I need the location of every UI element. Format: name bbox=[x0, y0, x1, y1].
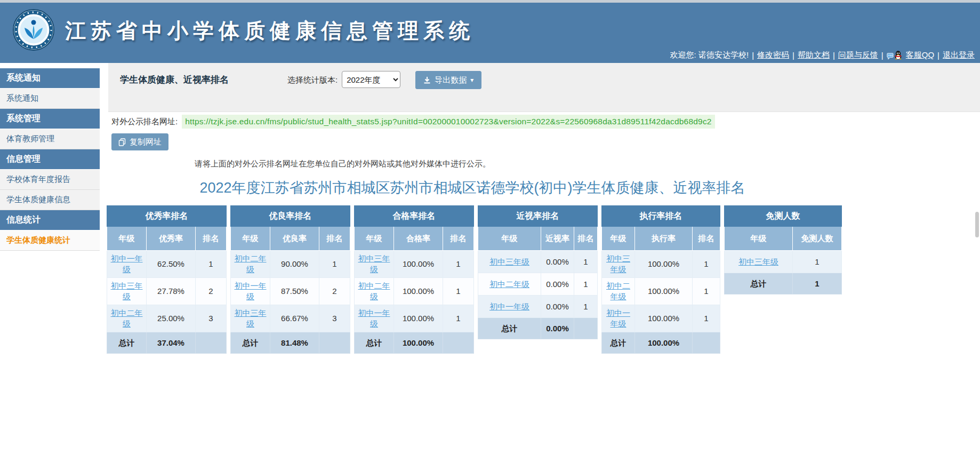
column-header-合格率: 合格率 bbox=[394, 227, 443, 251]
grade-link[interactable]: 初中二年级 bbox=[235, 254, 267, 274]
value-cell: 100.00% bbox=[635, 305, 693, 332]
value-cell: 25.00% bbox=[147, 305, 196, 332]
grade-cell: 初中二年级 bbox=[231, 251, 270, 278]
grade-link[interactable]: 初中三年级 bbox=[738, 257, 778, 266]
grade-link[interactable]: 初中三年级 bbox=[489, 257, 529, 266]
separator: | bbox=[752, 51, 754, 60]
qq-chat-icon bbox=[887, 51, 902, 60]
column-header-年级: 年级 bbox=[355, 227, 394, 251]
grade-link[interactable]: 初中一年级 bbox=[111, 254, 143, 274]
rank-cell: 1 bbox=[196, 251, 227, 278]
total-value bbox=[693, 332, 720, 354]
header-links: 欢迎您: 诺德安达学校! | 修改密码 | 帮助文档 | 问题与反馈 | 客服Q… bbox=[670, 50, 975, 60]
column-header-排名: 排名 bbox=[319, 227, 350, 251]
grade-cell: 初中三年级 bbox=[602, 251, 635, 278]
value-cell: 87.50% bbox=[270, 278, 319, 305]
rank-table-优秀率排名: 优秀率排名年级优秀率排名初中一年级62.50%1初中三年级27.78%2初中二年… bbox=[107, 205, 227, 354]
total-row: 总计100.00% bbox=[355, 332, 474, 354]
scrollbar-thumb[interactable] bbox=[975, 212, 979, 237]
column-header-年级: 年级 bbox=[602, 227, 635, 251]
grade-link[interactable]: 初中二年级 bbox=[111, 308, 143, 328]
table-title: 合格率排名 bbox=[355, 206, 474, 227]
column-header-年级: 年级 bbox=[231, 227, 270, 251]
value-cell: 1 bbox=[793, 251, 842, 273]
grade-cell: 初中三年级 bbox=[355, 251, 394, 278]
sidebar-menu: 系统通知系统通知系统管理体育教师管理信息管理学校体育年度报告学生体质健康信息信息… bbox=[0, 68, 100, 251]
separator: | bbox=[833, 51, 835, 60]
total-label: 总计 bbox=[231, 332, 270, 354]
grade-cell: 初中一年级 bbox=[478, 296, 541, 318]
grade-link[interactable]: 初中一年级 bbox=[358, 308, 390, 328]
grade-cell: 初中三年级 bbox=[478, 251, 541, 273]
table-title: 执行率排名 bbox=[602, 206, 720, 227]
column-header-优良率: 优良率 bbox=[270, 227, 319, 251]
qq-penguin-icon bbox=[894, 51, 902, 60]
separator: | bbox=[792, 51, 794, 60]
value-cell: 100.00% bbox=[394, 305, 443, 332]
table-row: 初中二年级100.00%1 bbox=[602, 278, 720, 305]
table-row: 初中三年级100.00%1 bbox=[602, 251, 720, 278]
total-label: 总计 bbox=[478, 318, 541, 339]
sidebar-gap bbox=[0, 63, 100, 68]
total-value bbox=[574, 318, 598, 339]
value-cell: 62.50% bbox=[147, 251, 196, 278]
rank-cell: 1 bbox=[319, 251, 350, 278]
total-value bbox=[319, 332, 350, 354]
grade-link[interactable]: 初中三年级 bbox=[235, 308, 267, 328]
value-cell: 90.00% bbox=[270, 251, 319, 278]
link-support-qq[interactable]: 客服QQ bbox=[906, 50, 934, 60]
export-data-button[interactable]: 导出数据 ▾ bbox=[415, 71, 481, 89]
main-content: 学生体质健康、近视率排名 选择统计版本: 2022年度 导出数据 ▾ 对外公示排… bbox=[100, 63, 980, 354]
sidebar-item-学生体质健康统计[interactable]: 学生体质健康统计 bbox=[0, 230, 100, 251]
grade-link[interactable]: 初中二年级 bbox=[489, 280, 529, 289]
rank-cell: 1 bbox=[443, 305, 474, 332]
total-value: 1 bbox=[793, 273, 842, 294]
copy-url-button[interactable]: 复制网址 bbox=[111, 133, 168, 150]
grade-link[interactable]: 初中二年级 bbox=[606, 281, 630, 301]
value-cell: 0.00% bbox=[541, 296, 574, 318]
table-title: 免测人数 bbox=[725, 206, 842, 227]
sidebar-item-体育教师管理[interactable]: 体育教师管理 bbox=[0, 129, 100, 149]
table-row: 初中三年级100.00%1 bbox=[355, 251, 474, 278]
grade-cell: 初中二年级 bbox=[355, 278, 394, 305]
total-row: 总计81.48% bbox=[231, 332, 350, 354]
value-cell: 100.00% bbox=[394, 251, 443, 278]
sidebar-item-学校体育年度报告[interactable]: 学校体育年度报告 bbox=[0, 170, 100, 190]
separator: | bbox=[937, 51, 939, 60]
column-header-排名: 排名 bbox=[693, 227, 720, 251]
grade-cell: 初中一年级 bbox=[107, 251, 147, 278]
grade-link[interactable]: 初中一年级 bbox=[235, 281, 267, 301]
link-change-password[interactable]: 修改密码 bbox=[757, 50, 789, 60]
column-header-排名: 排名 bbox=[196, 227, 227, 251]
grade-link[interactable]: 初中三年级 bbox=[358, 254, 390, 274]
version-label: 选择统计版本: bbox=[287, 71, 338, 89]
publish-note: 请将上面的对外公示排名网址在您单位自己的对外网站或其他对外媒体中进行公示。 bbox=[195, 159, 980, 169]
sidebar-item-学生体质健康信息[interactable]: 学生体质健康信息 bbox=[0, 190, 100, 210]
link-feedback[interactable]: 问题与反馈 bbox=[838, 50, 878, 60]
total-label: 总计 bbox=[355, 332, 394, 354]
grade-link[interactable]: 初中三年级 bbox=[606, 254, 630, 274]
sidebar-section-信息管理: 信息管理 bbox=[0, 149, 100, 170]
value-cell: 0.00% bbox=[541, 273, 574, 296]
grade-cell: 初中二年级 bbox=[602, 278, 635, 305]
grade-link[interactable]: 初中二年级 bbox=[358, 281, 390, 301]
link-logout[interactable]: 退出登录 bbox=[943, 50, 975, 60]
grade-link[interactable]: 初中一年级 bbox=[606, 308, 630, 328]
sidebar-item-系统通知[interactable]: 系统通知 bbox=[0, 89, 100, 109]
table-title: 优秀率排名 bbox=[107, 206, 227, 227]
rank-cell: 1 bbox=[693, 305, 720, 332]
download-icon bbox=[423, 76, 431, 84]
link-help-docs[interactable]: 帮助文档 bbox=[798, 50, 830, 60]
app-logo-icon bbox=[13, 9, 54, 51]
column-header-近视率: 近视率 bbox=[541, 227, 574, 251]
caret-down-icon: ▾ bbox=[470, 76, 473, 84]
sidebar-section-信息统计: 信息统计 bbox=[0, 210, 100, 230]
total-label: 总计 bbox=[602, 332, 635, 354]
rank-cell: 1 bbox=[693, 251, 720, 278]
version-select[interactable]: 2022年度 bbox=[342, 71, 400, 88]
total-row: 总计1 bbox=[725, 273, 842, 294]
total-value bbox=[443, 332, 474, 354]
grade-link[interactable]: 初中一年级 bbox=[489, 302, 529, 311]
rank-table-合格率排名: 合格率排名年级合格率排名初中三年级100.00%1初中二年级100.00%1初中… bbox=[354, 205, 474, 354]
grade-link[interactable]: 初中三年级 bbox=[111, 281, 143, 301]
